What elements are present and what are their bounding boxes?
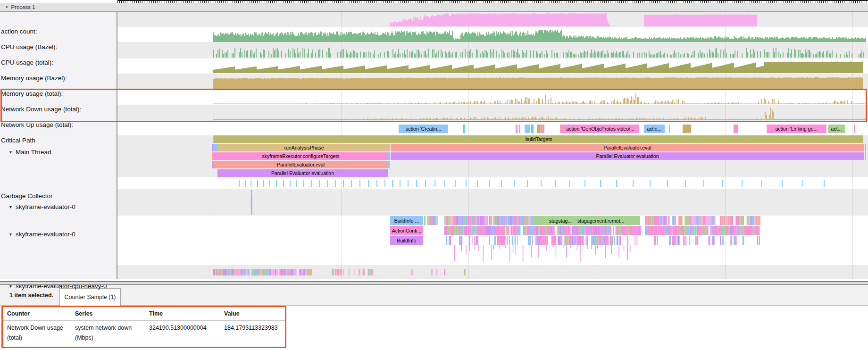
trace-slice[interactable]: runAnalysisPhase bbox=[218, 144, 390, 151]
collapse-triangle-icon[interactable]: ▾ bbox=[9, 232, 12, 237]
slice-label: BuildInfo ... bbox=[394, 218, 419, 224]
slice-label: action 'Linking go... bbox=[776, 126, 818, 132]
collapse-triangle-icon[interactable]: ▾ bbox=[6, 5, 8, 9]
trace-slice[interactable]: act... bbox=[828, 125, 845, 133]
track-label: skyframe-evaluator-0 bbox=[16, 231, 75, 238]
collapse-triangle-icon[interactable]: ▾ bbox=[9, 204, 12, 209]
sidebar-row-memory-usage-bazel: Memory usage (Bazel): bbox=[0, 71, 116, 85]
sidebar-row-memory-usage-total: Memory usage (total): bbox=[0, 86, 116, 100]
sidebar-row-network-up-usage-total: Network Up usage (total): bbox=[0, 117, 116, 132]
trace-slice[interactable]: action 'Creatin... bbox=[399, 125, 448, 133]
cell-series-line1: system network down bbox=[75, 325, 132, 331]
trace-slice[interactable]: BuildInfo ... bbox=[390, 216, 423, 225]
track-label: Network Up usage (total): bbox=[1, 121, 73, 128]
trace-viewer: action 'Creatin...action 'GenObjcProtos … bbox=[0, 0, 868, 350]
track-label: Memory usage (total): bbox=[1, 90, 63, 97]
track-label: CPU usage (total): bbox=[1, 59, 53, 66]
counter-sample-table: Counter Series Time Value Network Down u… bbox=[0, 306, 868, 350]
slice-label: act... bbox=[831, 126, 842, 132]
cell-counter-line2: (total) bbox=[7, 334, 22, 341]
cell-counter-line1: Network Down usage bbox=[7, 325, 63, 331]
trace-slice[interactable]: buildTargets bbox=[214, 135, 863, 143]
slice-label: actio... bbox=[647, 126, 662, 132]
sidebar-row-cpu-usage-bazel: CPU usage (Bazel): bbox=[0, 40, 116, 54]
slice-label: Parallel Evaluator evaluation bbox=[271, 170, 334, 176]
slice-label: stagstag... bbox=[549, 218, 572, 224]
sidebar-row-skyframe-evaluator-0[interactable]: ▾skyframe-evaluator-0 bbox=[0, 227, 116, 241]
trace-slice[interactable]: action 'GenObjcProtos video/... bbox=[561, 125, 639, 133]
column-header-value: Value bbox=[224, 310, 240, 317]
track-label: Garbage Collector bbox=[1, 192, 53, 200]
collapse-triangle-icon[interactable]: ▾ bbox=[9, 150, 12, 155]
trace-slice[interactable]: ActionConti... bbox=[390, 226, 423, 235]
track-label: Network Down usage (total): bbox=[1, 106, 81, 113]
column-header-counter: Counter bbox=[7, 310, 30, 317]
slice-label: stagagement.remot... bbox=[577, 218, 624, 224]
trace-slice[interactable]: ParallelEvaluator.eval bbox=[214, 161, 388, 168]
track-sidebar: action count:CPU usage (Bazel):CPU usage… bbox=[0, 12, 117, 279]
cell-time: 324190.51300000004 bbox=[149, 325, 207, 331]
slice-label: buildTargets bbox=[526, 136, 552, 142]
track-label: skyframe-evaluator-0 bbox=[16, 203, 75, 210]
slice-label: action 'Creatin... bbox=[406, 126, 442, 132]
sidebar-row-skyframe-evaluator-0[interactable]: ▾skyframe-evaluator-0 bbox=[0, 200, 116, 214]
trace-slice[interactable]: BuildInfo bbox=[390, 236, 423, 245]
detail-tab-bar: 1 item selected. Counter Sample (1) bbox=[0, 285, 868, 306]
track-label: Critical Path bbox=[1, 137, 35, 144]
trace-slice[interactable]: Parallel Evaluator evaluation bbox=[217, 169, 388, 177]
slice-label: Parallel Evaluator evaluation bbox=[596, 153, 659, 159]
slice-label: action 'GenObjcProtos video/... bbox=[566, 126, 634, 132]
slice-label: runAnalysisPhase bbox=[284, 145, 324, 150]
column-header-series: Series bbox=[75, 310, 93, 317]
trace-slice[interactable]: stagstag...stagagement.remot... bbox=[533, 216, 640, 225]
slice-label: ParallelEvaluator.eval bbox=[604, 145, 651, 150]
sidebar-row-network-down-usage-total: Network Down usage (total): bbox=[0, 102, 116, 116]
process-title: Process 1 bbox=[11, 4, 35, 10]
header-divider bbox=[1, 320, 285, 321]
cell-series-line2: (Mbps) bbox=[75, 334, 93, 341]
panel-splitter[interactable] bbox=[0, 279, 868, 285]
cell-value: 184.1793113323983 bbox=[224, 325, 278, 331]
trace-slice[interactable]: Parallel Evaluator evaluation bbox=[391, 152, 864, 160]
slice-label: ParallelEvaluator.eval bbox=[277, 162, 325, 167]
slice-label: skyframeExecutor.configureTargets bbox=[262, 153, 340, 159]
track-label: action count: bbox=[1, 28, 37, 35]
splitter-line bbox=[0, 284, 868, 285]
sidebar-row-cpu-usage-total: CPU usage (total): bbox=[0, 55, 116, 69]
trace-slice[interactable]: actio... bbox=[644, 125, 665, 133]
track-label: Memory usage (Bazel): bbox=[1, 75, 67, 82]
trace-slice[interactable]: ParallelEvaluator.eval bbox=[391, 144, 864, 151]
slice-label: BuildInfo bbox=[397, 238, 417, 243]
sidebar-row-main-thread[interactable]: ▾Main Thread bbox=[0, 145, 116, 159]
trace-slice[interactable]: action 'Linking go... bbox=[767, 125, 826, 133]
timeline-area[interactable]: action 'Creatin...action 'GenObjcProtos … bbox=[117, 0, 868, 279]
sidebar-row-action-count: action count: bbox=[0, 24, 116, 38]
process-header[interactable]: ▾ Process 1 bbox=[0, 3, 868, 12]
track-label: Main Thread bbox=[16, 149, 51, 156]
trace-slice[interactable]: skyframeExecutor.configureTargets bbox=[214, 152, 388, 160]
slice-label: ActionConti... bbox=[392, 228, 421, 233]
track-label: CPU usage (Bazel): bbox=[1, 43, 57, 50]
column-header-time: Time bbox=[149, 310, 163, 317]
